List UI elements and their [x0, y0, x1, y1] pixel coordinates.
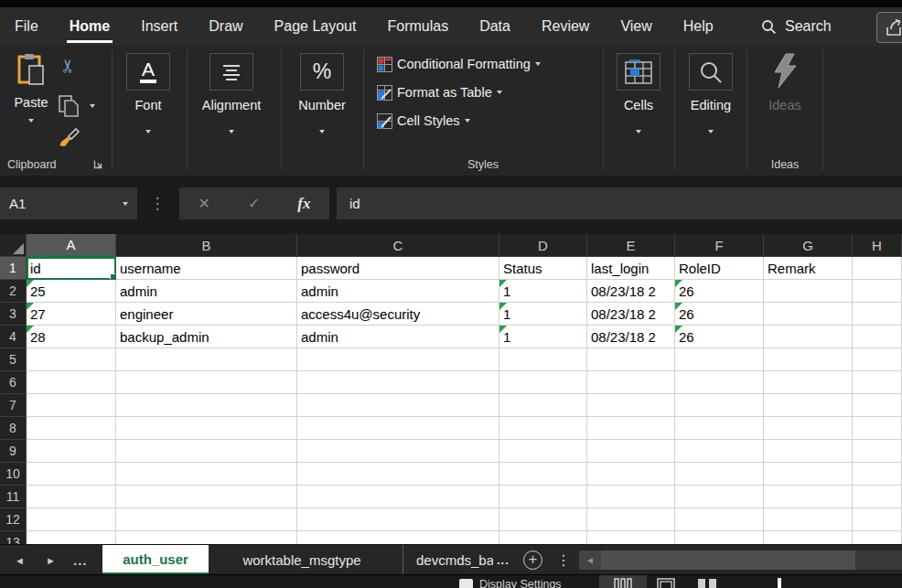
cell-B5[interactable]	[116, 348, 297, 371]
cell-D4[interactable]: 1	[499, 326, 587, 348]
page-layout-view-button[interactable]	[657, 578, 675, 588]
column-header-C[interactable]: C	[297, 234, 499, 257]
sheet-tab-worktable-msgtype[interactable]: worktable_msgtype	[209, 545, 395, 575]
cell-D6[interactable]	[499, 371, 587, 394]
number-settings-button[interactable]: %	[300, 53, 344, 91]
sheet-tab-devcmds[interactable]: devcmds_ba ...	[403, 545, 520, 575]
cell-B7[interactable]	[116, 394, 297, 417]
fill-handle[interactable]	[110, 273, 116, 280]
cell-F5[interactable]	[675, 348, 764, 371]
row-header-12[interactable]: 12	[0, 508, 27, 531]
cell-F2[interactable]: 26	[675, 280, 764, 303]
cell-F7[interactable]	[675, 394, 764, 417]
cut-button[interactable]: ✂	[57, 59, 79, 74]
cell-A8[interactable]	[27, 417, 116, 440]
row-header-5[interactable]: 5	[0, 348, 27, 371]
cell-B8[interactable]	[116, 417, 297, 440]
font-dropdown-caret[interactable]	[145, 130, 151, 134]
menu-view[interactable]: View	[620, 7, 651, 46]
cell-A1[interactable]: id	[27, 257, 116, 280]
cell-C3[interactable]: access4u@security	[297, 303, 499, 326]
cell-E13[interactable]	[587, 531, 675, 544]
cell-E4[interactable]: 08/23/18 2	[587, 326, 675, 348]
cell-E11[interactable]	[587, 486, 675, 508]
cell-G7[interactable]	[764, 394, 853, 417]
cell-H6[interactable]	[853, 371, 902, 394]
cell-A3[interactable]: 27	[27, 303, 116, 326]
row-header-3[interactable]: 3	[0, 303, 27, 326]
cell-F3[interactable]: 26	[675, 303, 764, 326]
cell-F1[interactable]: RoleID	[675, 257, 764, 280]
row-header-8[interactable]: 8	[0, 417, 27, 440]
cell-E8[interactable]	[587, 417, 675, 440]
format-painter-button[interactable]	[59, 124, 81, 146]
cell-D1[interactable]: Status	[499, 257, 587, 280]
cell-G3[interactable]	[764, 303, 853, 326]
alignment-settings-button[interactable]	[209, 53, 253, 91]
cell-A10[interactable]	[27, 463, 116, 486]
cell-A7[interactable]	[27, 394, 116, 417]
sheet-tabs-more-icon[interactable]: ⋮	[556, 545, 571, 575]
menu-insert[interactable]: Insert	[141, 7, 177, 46]
row-header-13[interactable]: 13	[0, 531, 27, 544]
sheet-nav-right-icon[interactable]: ►	[46, 545, 56, 575]
cell-B13[interactable]	[116, 531, 297, 544]
cell-E2[interactable]: 08/23/18 2	[587, 280, 675, 303]
copy-button[interactable]	[59, 95, 79, 117]
cell-A5[interactable]	[27, 348, 116, 371]
cell-B10[interactable]	[116, 463, 297, 486]
cell-C13[interactable]	[297, 531, 499, 544]
normal-view-button[interactable]	[599, 575, 647, 588]
cell-F8[interactable]	[675, 417, 764, 440]
row-header-6[interactable]: 6	[0, 371, 27, 394]
row-header-4[interactable]: 4	[0, 326, 27, 348]
cell-C1[interactable]: password	[297, 257, 499, 280]
cell-A9[interactable]	[27, 440, 116, 463]
cell-F6[interactable]	[675, 371, 764, 394]
cancel-icon[interactable]: ✕	[199, 195, 210, 212]
cell-F4[interactable]: 26	[675, 326, 764, 348]
font-settings-button[interactable]: A	[126, 53, 170, 91]
cell-B4[interactable]: backup_admin	[116, 326, 297, 348]
share-button[interactable]	[876, 12, 902, 43]
number-dropdown-caret[interactable]	[319, 130, 325, 134]
row-header-10[interactable]: 10	[0, 463, 27, 486]
cell-D10[interactable]	[499, 463, 587, 486]
cell-F10[interactable]	[675, 463, 764, 486]
zoom-slider-handle[interactable]	[778, 578, 781, 588]
cell-H10[interactable]	[853, 463, 902, 486]
cell-H3[interactable]	[853, 303, 902, 326]
cell-F12[interactable]	[675, 508, 764, 531]
cell-C9[interactable]	[297, 440, 499, 463]
editing-dropdown-caret[interactable]	[708, 130, 714, 134]
cell-H9[interactable]	[853, 440, 902, 463]
cell-E12[interactable]	[587, 508, 675, 531]
cell-H5[interactable]	[853, 348, 902, 371]
cell-E9[interactable]	[587, 440, 675, 463]
display-settings-label[interactable]: Display Settings	[479, 578, 562, 588]
search-control[interactable]: Search	[761, 7, 832, 46]
cells-button[interactable]	[617, 53, 660, 91]
conditional-formatting-button[interactable]: Conditional Formatting	[377, 55, 541, 73]
cell-H12[interactable]	[853, 508, 902, 531]
cell-G5[interactable]	[764, 348, 853, 371]
menu-data[interactable]: Data	[479, 7, 510, 46]
paste-dropdown-caret[interactable]	[28, 119, 34, 123]
menu-page-layout[interactable]: Page Layout	[274, 7, 357, 46]
cell-E1[interactable]: last_login	[587, 257, 675, 280]
cell-B1[interactable]: username	[116, 257, 297, 280]
sheet-overflow-button[interactable]: ...	[73, 545, 88, 575]
cell-C10[interactable]	[297, 463, 499, 486]
cell-G11[interactable]	[764, 486, 853, 508]
menu-formulas[interactable]: Formulas	[387, 7, 448, 46]
cell-C4[interactable]: admin	[297, 326, 499, 348]
cell-C8[interactable]	[297, 417, 499, 440]
cell-A6[interactable]	[27, 371, 116, 394]
menu-review[interactable]: Review	[542, 7, 589, 46]
formula-bar-grip[interactable]: ⋮	[148, 187, 166, 219]
cell-G12[interactable]	[764, 508, 853, 531]
cell-B2[interactable]: admin	[116, 280, 297, 303]
cell-E7[interactable]	[587, 394, 675, 417]
cell-A4[interactable]: 28	[27, 326, 116, 348]
cell-D12[interactable]	[499, 508, 587, 531]
